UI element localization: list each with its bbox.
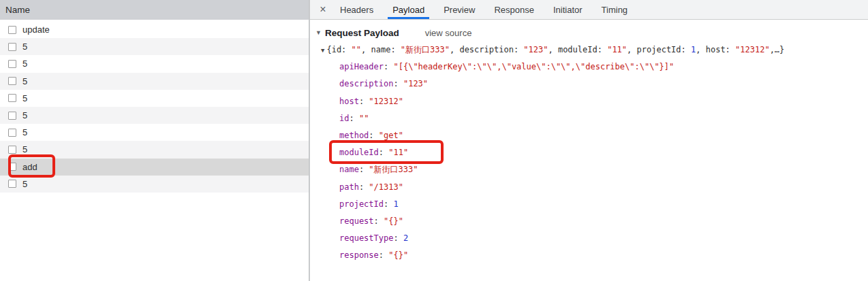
request-name-label: 5 (22, 76, 27, 86)
preview-pair: id: "", (332, 45, 371, 54)
colon-separator: : (359, 182, 369, 192)
row-checkbox[interactable] (8, 60, 16, 68)
colon-separator: : (726, 45, 735, 54)
request-row[interactable]: 5 (0, 176, 309, 193)
name-column-label: Name (5, 5, 30, 15)
payload-property-row[interactable]: response: "{}" (310, 247, 868, 264)
preview-value: "新街口333" (401, 45, 450, 54)
request-detail-panel: × HeadersPayloadPreviewResponseInitiator… (310, 0, 868, 281)
property-key: host (339, 97, 359, 106)
preview-value: "12312" (735, 45, 770, 54)
payload-property-row[interactable]: moduleId: "11" (310, 144, 868, 161)
request-row[interactable]: 5 (0, 73, 309, 90)
pair-separator: , (548, 45, 557, 54)
detail-tab[interactable]: Payload (391, 0, 426, 19)
request-row[interactable]: update (0, 21, 309, 38)
property-value: "{}" (384, 216, 403, 226)
property-value: "get" (379, 131, 403, 140)
colon-separator: : (390, 45, 400, 54)
close-brace: } (779, 45, 784, 54)
detail-tab[interactable]: Headers (339, 0, 375, 19)
property-value: "11" (388, 148, 408, 157)
colon-separator: : (393, 79, 403, 88)
pair-separator: , (627, 45, 636, 54)
preview-key: name (371, 45, 390, 54)
row-checkbox[interactable] (8, 26, 16, 34)
colon-separator: : (393, 233, 403, 243)
colon-separator: : (598, 45, 607, 54)
detail-tab[interactable]: Timing (600, 0, 630, 19)
request-row[interactable]: 5 (0, 55, 309, 72)
payload-property-row[interactable]: request: "{}" (310, 213, 868, 230)
detail-tab[interactable]: Response (493, 0, 536, 19)
row-checkbox[interactable] (8, 112, 16, 120)
preview-pair: description: "123", (459, 45, 558, 54)
collapse-triangle-icon[interactable]: ▼ (315, 29, 322, 36)
detail-tab[interactable]: Preview (442, 0, 476, 19)
property-key: description (339, 79, 393, 88)
request-rows: update5555555add5 (0, 21, 309, 193)
property-value: "[{\"headerKey\":\"\",\"value\":\"\",\"d… (393, 62, 674, 71)
request-row[interactable]: 5 (0, 107, 309, 124)
detail-tabbar: × HeadersPayloadPreviewResponseInitiator… (310, 0, 868, 20)
request-name-label: add (22, 162, 37, 172)
request-row[interactable]: 5 (0, 38, 309, 55)
preview-key: description (459, 45, 513, 54)
colon-separator: : (369, 131, 378, 140)
colon-separator: : (359, 165, 369, 174)
open-brace: { (326, 45, 331, 54)
payload-property-row[interactable]: apiHeader: "[{\"headerKey\":\"\",\"value… (310, 59, 868, 76)
row-checkbox[interactable] (8, 180, 16, 188)
payload-preview-line[interactable]: ▼{id: "", name: "新街口333", description: "… (310, 42, 868, 59)
view-source-link[interactable]: view source (425, 28, 472, 38)
payload-property-row[interactable]: id: "" (310, 110, 868, 127)
payload-property-row[interactable]: path: "/1313" (310, 179, 868, 196)
preview-key: id (332, 45, 341, 54)
request-row[interactable]: 5 (0, 90, 309, 107)
payload-property-row[interactable]: name: "新街口333" (310, 161, 868, 178)
row-checkbox[interactable] (8, 43, 16, 51)
property-value: "新街口333" (369, 165, 418, 174)
payload-property-row[interactable]: method: "get" (310, 127, 868, 144)
preview-value: "" (352, 45, 361, 54)
colon-separator: : (514, 45, 523, 54)
request-row[interactable]: 5 (0, 124, 309, 141)
colon-separator: : (681, 45, 691, 54)
payload-property-row[interactable]: host: "12312" (310, 93, 868, 110)
payload-property-row[interactable]: projectId: 1 (310, 196, 868, 213)
row-checkbox[interactable] (8, 94, 16, 102)
property-value: "/1313" (369, 182, 403, 192)
row-checkbox[interactable] (8, 146, 16, 154)
detail-tabs: HeadersPayloadPreviewResponseInitiatorTi… (330, 0, 637, 19)
request-row[interactable]: add (0, 159, 309, 176)
colon-separator: : (379, 148, 388, 157)
pair-separator: , (696, 45, 705, 54)
property-key: request (339, 216, 374, 226)
payload-property-row[interactable]: description: "123" (310, 76, 868, 93)
row-checkbox[interactable] (8, 77, 16, 85)
row-checkbox[interactable] (8, 163, 16, 171)
preview-pair: moduleId: "11", (558, 45, 637, 54)
property-value: 1 (393, 199, 398, 209)
preview-pair: host: "12312",… (706, 45, 779, 54)
property-key: requestType (339, 233, 393, 243)
preview-key: host (706, 45, 726, 54)
pair-separator: , (450, 45, 459, 54)
colon-separator: : (384, 62, 393, 71)
property-key: moduleId (339, 148, 379, 157)
request-name-label: 5 (22, 93, 27, 103)
expand-triangle-icon[interactable]: ▼ (321, 42, 324, 59)
property-key: method (339, 131, 369, 140)
name-column-header[interactable]: Name (0, 0, 309, 20)
payload-property-row[interactable]: requestType: 2 (310, 230, 868, 247)
close-icon[interactable]: × (315, 0, 330, 19)
property-value: "" (359, 114, 369, 123)
property-value: "123" (403, 79, 428, 88)
request-name-label: 5 (22, 59, 27, 69)
colon-separator: : (359, 97, 369, 106)
row-checkbox[interactable] (8, 129, 16, 137)
detail-tab[interactable]: Initiator (552, 0, 584, 19)
pair-separator: ,… (770, 45, 779, 54)
request-name-label: 5 (22, 144, 27, 154)
request-row[interactable]: 5 (0, 141, 309, 158)
